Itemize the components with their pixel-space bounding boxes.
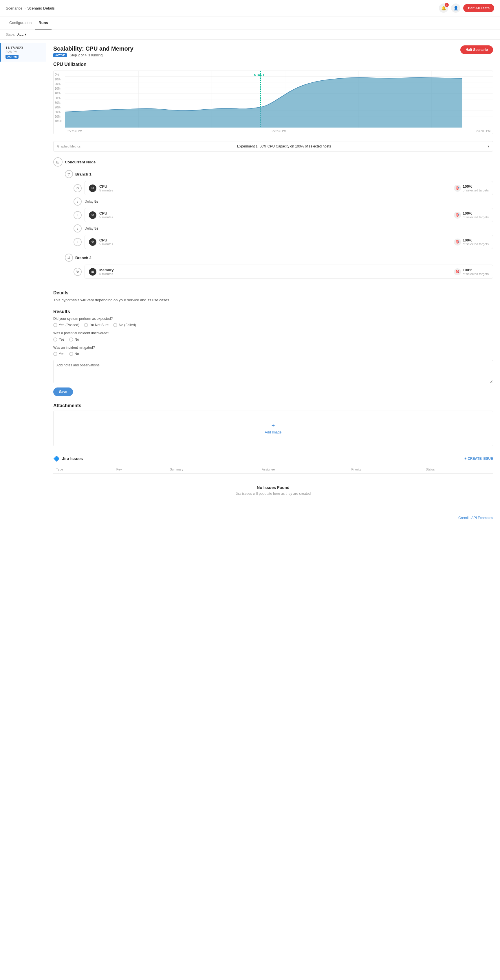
create-issue-label: CREATE ISSUE [468, 457, 493, 461]
chart-title: CPU Utilization [53, 62, 493, 67]
details-text: This hypothesis will vary depending on y… [53, 298, 493, 302]
target-icon-mem: 🎯 [454, 268, 461, 275]
add-image-label: Add Image [265, 430, 281, 434]
gremlin-api-link[interactable]: Gremlin API Examples [458, 516, 493, 520]
run-item[interactable]: 11/17/2023 2:28 PM ACTIVE [0, 43, 46, 62]
radio-circle-1 [53, 323, 58, 327]
radio-label-mitigated-yes: Yes [59, 352, 65, 356]
target-info-3: 100% of selected targets [463, 238, 489, 246]
step-3-left: ⚙ CPU 5 minutes [89, 238, 113, 246]
no-issues-cell: No Issues Found Jira issues will populat… [53, 474, 493, 508]
radio-incident-no[interactable]: No [69, 337, 79, 342]
breadcrumb-parent[interactable]: Scenarios [6, 6, 22, 10]
notification-badge: 1 [445, 3, 449, 7]
step-2-content[interactable]: ⚙ CPU 5 minutes 🎯 100% of selected targe… [85, 208, 493, 222]
step-1-content[interactable]: ⚙ CPU 5 minutes 🎯 100% of selected targe… [85, 181, 493, 195]
branch1-step-1: ↻ ⚙ CPU 5 minutes 🎯 100% [73, 181, 493, 195]
radio-no-failed[interactable]: No (Failed) [113, 323, 136, 327]
user-avatar-button[interactable]: 👤 [451, 3, 460, 13]
nav-right: 🔔 1 👤 Halt All Tests [439, 3, 494, 13]
col-type: Type [53, 465, 113, 474]
chart-container: 100% 90% 80% 70% 60% 50% 40% 30% 20% 10%… [53, 70, 493, 134]
branch-1-icon: ⇄ [65, 170, 73, 178]
target-pct-mem: 100% [463, 268, 489, 272]
run-time: 2:28 PM [5, 50, 42, 54]
add-image-button[interactable]: + Add Image [265, 423, 281, 434]
chart-start-label: START [254, 73, 264, 76]
target-info-1: 100% of selected targets [463, 184, 489, 192]
target-label-2: of selected targets [463, 215, 489, 219]
branch-2-container: ⇄ Branch 2 ↻ ▦ Memory 5 minutes [65, 254, 493, 279]
results-title: Results [53, 309, 493, 314]
stage-filter-bar: Stage: ALL ▾ [0, 30, 500, 40]
no-issues-row: No Issues Found Jira issues will populat… [53, 474, 493, 508]
radio-circle-6 [53, 352, 58, 356]
step-2-info: CPU 5 minutes [99, 211, 113, 219]
target-info-mem: 100% of selected targets [463, 268, 489, 275]
step-3-content[interactable]: ⚙ CPU 5 minutes 🎯 100% of selected targe… [85, 235, 493, 249]
results-question-2: Was a potential incident uncovered? [53, 331, 493, 335]
issues-table-body: No Issues Found Jira issues will populat… [53, 474, 493, 508]
no-issues-title: No Issues Found [65, 485, 481, 490]
col-summary: Summary [167, 465, 259, 474]
memory-step-content[interactable]: ▦ Memory 5 minutes 🎯 100% of selected ta… [85, 264, 493, 279]
step-1-name: CPU [99, 184, 113, 189]
target-label-3: of selected targets [463, 242, 489, 246]
add-image-plus-icon: + [272, 423, 275, 429]
notification-button[interactable]: 🔔 1 [439, 3, 448, 13]
create-issue-button[interactable]: + CREATE ISSUE [464, 457, 493, 461]
memory-step-name: Memory [99, 268, 114, 272]
radio-circle-7 [69, 352, 73, 356]
breadcrumb-separator: › [24, 6, 26, 10]
concurrent-node: ⊞ Concurrent Node [53, 157, 493, 167]
step-3-name: CPU [99, 238, 113, 242]
radio-incident-yes[interactable]: Yes [53, 337, 65, 342]
radio-mitigated-no[interactable]: No [69, 352, 79, 356]
jira-title: Jira Issues [62, 456, 83, 461]
scenario-header: Scalability: CPU and Memory ACTIVE Step … [53, 45, 493, 57]
scenario-step-text: Step 2 of 4 is running... [70, 53, 105, 57]
scenario-active-badge: ACTIVE [53, 53, 67, 57]
graphed-metrics-label: Graphed Metrics [57, 145, 80, 148]
memory-step-info: Memory 5 minutes [99, 268, 114, 275]
scenario-status: ACTIVE Step 2 of 4 is running... [53, 53, 133, 57]
stage-select[interactable]: ALL ▾ [18, 32, 26, 37]
stage-chevron-icon: ▾ [25, 32, 26, 37]
graphed-metrics-dropdown[interactable]: Graphed Metrics Experiment 1: 50% CPU Ca… [53, 141, 493, 151]
branch1-step-3: ↓ ⚙ CPU 5 minutes 🎯 100% [73, 235, 493, 249]
no-issues-text: Jira issues will populate here as they a… [65, 492, 481, 496]
graphed-metrics-value: Experiment 1: 50% CPU Capacity on 100% o… [237, 144, 331, 148]
radio-not-sure[interactable]: I'm Not Sure [84, 323, 109, 327]
radio-mitigated-yes[interactable]: Yes [53, 352, 65, 356]
tab-runs[interactable]: Runs [35, 16, 51, 30]
save-button[interactable]: Save [53, 388, 73, 396]
radio-circle-4 [53, 337, 58, 342]
jira-logo-icon: 🔷 [53, 455, 60, 462]
attachments-title: Attachments [53, 403, 493, 408]
col-key: Key [113, 465, 167, 474]
halt-all-button[interactable]: Halt All Tests [463, 4, 494, 12]
tab-configuration[interactable]: Configuration [6, 16, 35, 30]
stage-value: ALL [18, 32, 24, 37]
radio-label-incident-no: No [75, 337, 79, 342]
delay-text-2: Delay 5s [85, 226, 98, 231]
target-label-mem: of selected targets [463, 272, 489, 275]
scenario-title-area: Scalability: CPU and Memory ACTIVE Step … [53, 45, 133, 57]
branch1-delay-1: ↓ Delay 5s [73, 197, 493, 205]
step-1-duration: 5 minutes [99, 189, 113, 192]
api-link-bar: Gremlin API Examples [53, 512, 493, 523]
run-date: 11/17/2023 [5, 46, 42, 50]
step-3-duration: 5 minutes [99, 242, 113, 246]
radio-circle-3 [113, 323, 117, 327]
delay-icon-2: ↓ [73, 224, 81, 232]
radio-yes-passed[interactable]: Yes (Passed) [53, 323, 79, 327]
memory-step-right: 🎯 100% of selected targets [454, 268, 489, 275]
branch-2-header: ⇄ Branch 2 [65, 254, 493, 262]
branch-1-header: ⇄ Branch 1 [65, 170, 493, 178]
issues-table: Type Key Summary Assignee Priority Statu… [53, 465, 493, 507]
radio-circle-2 [84, 323, 88, 327]
issues-table-head: Type Key Summary Assignee Priority Statu… [53, 465, 493, 474]
halt-scenario-button[interactable]: Halt Scenario [460, 45, 493, 54]
notes-textarea[interactable] [53, 360, 493, 383]
target-pct-3: 100% [463, 238, 489, 242]
